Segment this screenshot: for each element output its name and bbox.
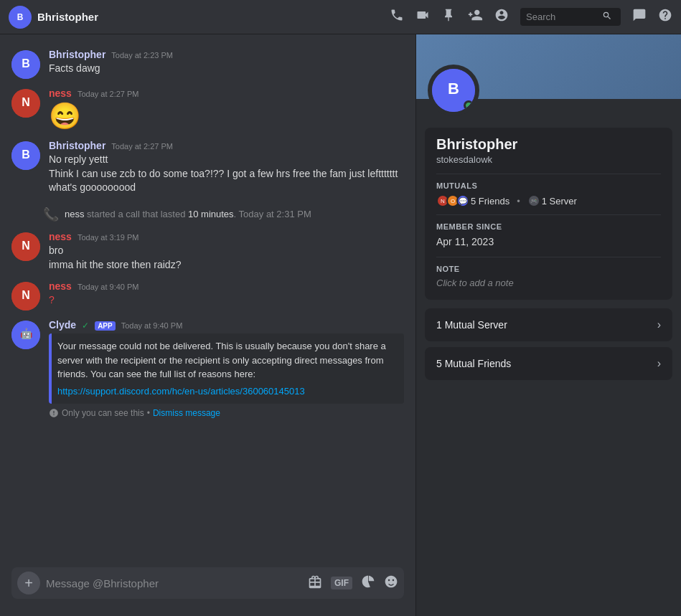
messages-list: B Bhristopher Today at 2:23 PM Facts daw… — [0, 34, 415, 567]
input-wrap: + GIF — [11, 567, 404, 599]
message-time: Today at 2:27 PM — [111, 142, 173, 151]
svg-text:N: N — [22, 240, 30, 252]
message-input[interactable] — [46, 577, 308, 589]
svg-text:B: B — [22, 148, 30, 161]
input-bar: + GIF — [0, 567, 415, 616]
svg-text:B: B — [22, 57, 30, 70]
inbox-icon[interactable] — [632, 8, 647, 26]
mutuals-title: MUTUALS — [436, 181, 661, 190]
main-layout: B Bhristopher Today at 2:23 PM Facts daw… — [0, 34, 681, 616]
message-time: Today at 9:40 PM — [78, 283, 139, 291]
mutual-avatar-discord: 💬 — [456, 194, 469, 207]
separator: • — [517, 196, 520, 207]
call-duration: 10 minutes — [188, 209, 234, 219]
emoji-icon[interactable] — [384, 574, 398, 592]
mutuals-row: N O 💬 5 Friends • 🎮 1 Server — [436, 194, 661, 207]
support-link[interactable]: https://support.discord.com/hc/en-us/art… — [57, 386, 305, 397]
message-text: Facts dawg — [49, 62, 404, 76]
profile-icon[interactable] — [494, 8, 509, 26]
profile-avatar-wrap: B — [428, 65, 479, 116]
message-header: Bhristopher Today at 2:23 PM — [49, 49, 404, 60]
server-avatar-stack: 🎮 — [527, 194, 537, 207]
system-message: Your message could not be delivered. Thi… — [49, 333, 404, 404]
right-panel: B Bhristopher stokesdalowk MUTUALS N O 💬… — [415, 34, 681, 616]
message-text: No reply yettt — [49, 153, 404, 167]
clyde-body: Your message could not be delivered. Thi… — [57, 339, 398, 382]
separator: • — [147, 408, 150, 418]
message-time: Today at 9:40 PM — [121, 321, 183, 330]
pin-icon[interactable] — [441, 8, 456, 26]
mutual-friends-label: 5 Mutual Friends — [436, 358, 511, 369]
input-actions: GIF — [308, 574, 398, 592]
message-header: ness Today at 2:27 PM — [49, 87, 404, 99]
avatar: N — [11, 89, 40, 118]
message-emoji: 😄 — [49, 100, 404, 131]
bot-badge: APP — [95, 321, 116, 331]
avatar: 🤖 — [11, 321, 40, 349]
message-group: B Bhristopher Today at 2:27 PM No reply … — [0, 137, 415, 198]
phone-icon[interactable] — [390, 8, 404, 26]
note-input[interactable]: Click to add a note — [436, 278, 661, 288]
call-notification: 📞 ness started a call that lasted 10 min… — [0, 201, 415, 228]
message-group: N ness Today at 9:40 PM ? — [0, 278, 415, 313]
search-icon — [602, 11, 612, 23]
message-group: B Bhristopher Today at 2:23 PM Facts daw… — [0, 46, 415, 82]
note-section: NOTE Click to add a note — [436, 265, 661, 288]
gif-button[interactable]: GIF — [331, 577, 352, 589]
message-header: ness Today at 9:40 PM — [49, 280, 404, 292]
message-author: ness — [49, 280, 72, 292]
message-author: Bhristopher — [49, 49, 105, 60]
svg-text:🤖: 🤖 — [20, 328, 33, 341]
message-text: Think I can use zcb to do some toa?!?? I… — [49, 167, 404, 195]
help-icon[interactable] — [658, 8, 672, 26]
search-input[interactable] — [526, 11, 598, 22]
profile-display-name: Bhristopher — [436, 136, 661, 153]
only-you-text: Only you can see this — [62, 408, 144, 418]
avatar: B — [11, 50, 40, 79]
message-author: Bhristopher — [49, 140, 105, 151]
message-content: ness Today at 3:19 PM bro imma hit the s… — [49, 231, 404, 272]
svg-text:N: N — [22, 96, 30, 108]
message-content: Bhristopher Today at 2:23 PM Facts dawg — [49, 49, 404, 76]
video-icon[interactable] — [415, 8, 430, 26]
divider — [436, 174, 661, 174]
message-text: ? — [49, 293, 404, 308]
chevron-right-icon: › — [657, 357, 661, 370]
message-time: Today at 3:19 PM — [78, 233, 139, 242]
avatar: N — [11, 282, 40, 311]
member-since-date: Apr 11, 2023 — [436, 235, 661, 250]
phone-icon: 📞 — [43, 207, 59, 222]
avatar: B — [11, 141, 40, 170]
message-content: Bhristopher Today at 2:27 PM No reply ye… — [49, 140, 404, 195]
svg-text:N: N — [22, 289, 30, 301]
message-content: ness Today at 9:40 PM ? — [49, 280, 404, 308]
mutual-server-label: 1 Mutual Server — [436, 319, 507, 331]
note-title: NOTE — [436, 265, 661, 273]
call-user: ness — [65, 209, 84, 219]
message-content: ness Today at 2:27 PM 😄 — [49, 87, 404, 131]
dm-avatar: B — [9, 6, 32, 29]
profile-username: stokesdalowk — [436, 154, 661, 165]
message-group: N ness Today at 2:27 PM 😄 — [0, 85, 415, 134]
channel-name: Bhristopher — [37, 11, 98, 23]
member-since-title: MEMBER SINCE — [436, 222, 661, 231]
add-button[interactable]: + — [17, 572, 40, 594]
divider — [436, 257, 661, 257]
message-text: bro — [49, 244, 404, 258]
mutual-server-expand[interactable]: 1 Mutual Server › — [425, 308, 672, 341]
avatar: N — [11, 232, 40, 261]
add-friend-icon[interactable] — [467, 7, 483, 27]
message-text: imma hit the store then raidz? — [49, 258, 404, 273]
only-you-notice: Only you can see this • Dismiss message — [49, 408, 404, 418]
chat-area: B Bhristopher Today at 2:23 PM Facts daw… — [0, 34, 415, 616]
search-bar[interactable] — [520, 8, 621, 26]
sticker-icon[interactable] — [361, 574, 375, 592]
mutual-friends-expand[interactable]: 5 Mutual Friends › — [425, 347, 672, 380]
dismiss-button[interactable]: Dismiss message — [153, 408, 220, 418]
message-content: Clyde ✓ APP Today at 9:40 PM Your messag… — [49, 319, 404, 418]
chevron-right-icon: › — [657, 318, 661, 331]
gift-icon[interactable] — [308, 574, 322, 592]
message-author: ness — [49, 87, 72, 99]
divider — [436, 214, 661, 215]
message-header: ness Today at 3:19 PM — [49, 231, 404, 242]
